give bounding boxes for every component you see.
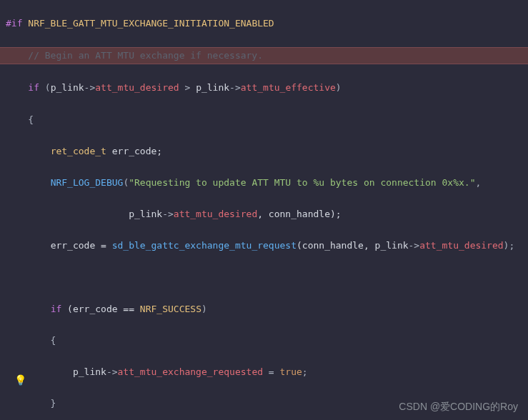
code-line: err_code = sd_ble_gattc_exchange_mtu_req… — [0, 238, 528, 254]
watermark-text: CSDN @爱CODING的Roy — [399, 399, 518, 416]
code-line: if (err_code == NRF_SUCCESS) — [0, 301, 528, 317]
code-line: #if NRF_BLE_GATT_MTU_EXCHANGE_INITIATION… — [0, 16, 528, 31]
code-line: if (p_link->att_mtu_desired > p_link->at… — [0, 80, 528, 96]
code-line: p_link->att_mtu_exchange_requested = tru… — [0, 364, 528, 380]
code-editor[interactable]: #if NRF_BLE_GATT_MTU_EXCHANGE_INITIATION… — [0, 0, 528, 420]
preproc-if: #if — [6, 18, 22, 29]
macro-name: NRF_BLE_GATT_MTU_EXCHANGE_INITIATION_ENA… — [22, 18, 274, 29]
code-line: NRF_LOG_DEBUG("Requesting to update ATT … — [0, 175, 528, 191]
code-line: ret_code_t err_code; — [0, 144, 528, 159]
code-line — [0, 270, 528, 286]
lightbulb-icon[interactable]: 💡 — [14, 372, 26, 389]
code-line: p_link->att_mtu_desired, conn_handle); — [0, 206, 528, 222]
code-line: { — [0, 112, 528, 128]
code-line: { — [0, 333, 528, 349]
comment: // Begin an ATT MTU exchange if necessar… — [6, 50, 263, 61]
code-line-highlighted: // Begin an ATT MTU exchange if necessar… — [0, 47, 528, 64]
